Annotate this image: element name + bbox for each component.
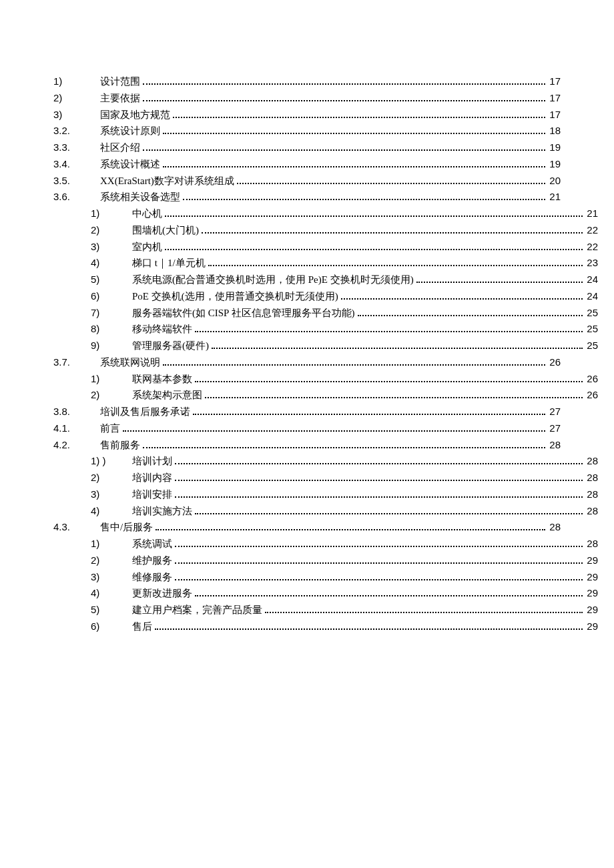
toc-entry: 3.7.系统联网说明26 — [53, 354, 561, 371]
toc-entry-title: 更新改进服务 — [132, 585, 192, 602]
toc-entry-page: 29 — [585, 602, 598, 618]
toc-entry-page: 25 — [585, 305, 598, 322]
toc-entry-number: 5) — [91, 602, 132, 618]
toc-entry-number: 6) — [91, 618, 132, 635]
toc-entry: 5)建立用户档案，完善产品质量29 — [53, 602, 598, 618]
toc-entry-page: 27 — [548, 420, 561, 437]
toc-entry-page: 22 — [585, 222, 598, 239]
toc-entry-number: 2) — [53, 90, 100, 107]
toc-entry-title: XX(EraStart)数字对讲系统组成 — [100, 173, 234, 189]
toc-entry-title: 管理服务器(硬件) — [132, 338, 209, 354]
toc-entry-page: 18 — [548, 123, 561, 139]
toc-leader-dots — [193, 408, 545, 415]
toc-entry-title: 前言 — [100, 420, 120, 437]
toc-entry: 5)系统电源(配合普通交换机时选用，使用 Pe)E 交换机时无须使用)24 — [53, 272, 598, 288]
toc-entry-title: 系统设计原则 — [100, 123, 160, 139]
toc-entry-number: 3.6. — [53, 189, 100, 205]
toc-entry: 4.1.前言27 — [53, 420, 561, 437]
toc-entry-page: 20 — [548, 173, 561, 189]
toc-leader-dots — [212, 342, 583, 349]
toc-leader-dots — [156, 523, 545, 530]
toc-leader-dots — [143, 441, 545, 448]
toc-entry-title: 培训计划 — [132, 453, 172, 470]
toc-entry-number: 4.2. — [53, 437, 100, 454]
toc-entry: 1) )培训计划28 — [53, 453, 598, 470]
toc-entry-number: 1) — [91, 371, 132, 388]
toc-entry-page: 24 — [585, 288, 598, 305]
toc-entry-title: 售后 — [132, 618, 152, 635]
toc-leader-dots — [195, 589, 583, 596]
toc-entry-page: 28 — [548, 519, 561, 536]
toc-leader-dots — [341, 292, 583, 300]
toc-entry-number: 8) — [91, 321, 132, 338]
document-page: 1)设计范围172)主要依据173)国家及地方规范173.2.系统设计原则183… — [0, 0, 614, 689]
toc-leader-dots — [155, 622, 583, 630]
toc-entry: 3)室内机22 — [53, 239, 598, 256]
toc-leader-dots — [183, 193, 545, 200]
toc-entry-number: 2) — [91, 470, 132, 486]
toc-entry-page: 26 — [585, 387, 598, 404]
toc-entry-page: 23 — [585, 255, 598, 272]
toc-entry-number: 7) — [91, 305, 132, 322]
toc-entry-page: 28 — [585, 470, 598, 486]
toc-entry: 2)围墙机(大门机)22 — [53, 222, 598, 239]
toc-entry-page: 17 — [548, 107, 561, 123]
toc-entry: 2)系统架构示意图26 — [53, 387, 598, 404]
toc-entry: 3.5.XX(EraStart)数字对讲系统组成20 — [53, 173, 561, 189]
toc-entry-page: 21 — [548, 189, 561, 205]
toc-entry-title: 维修服务 — [132, 569, 172, 586]
toc-entry-page: 29 — [585, 585, 598, 602]
table-of-contents: 1)设计范围172)主要依据173)国家及地方规范173.2.系统设计原则183… — [53, 73, 561, 635]
toc-entry: 6)PoE 交换机(选用，使用普通交换机时无须使用)24 — [53, 288, 598, 305]
toc-entry-title: 服务器端软件(如 CISP 社区信息管理服务平台功能) — [132, 305, 355, 322]
toc-leader-dots — [173, 111, 545, 118]
toc-entry-page: 28 — [548, 437, 561, 454]
toc-entry: 1)联网基本参数26 — [53, 371, 598, 388]
toc-entry-number: 2) — [91, 387, 132, 404]
toc-entry-title: 系统调试 — [132, 536, 172, 552]
toc-entry-page: 29 — [585, 569, 598, 586]
toc-entry-number: 3.8. — [53, 404, 100, 420]
toc-entry-page: 25 — [585, 338, 598, 354]
toc-entry-title: 售中/后服务 — [100, 519, 153, 536]
toc-entry-number: 3.7. — [53, 354, 100, 371]
toc-entry-page: 28 — [585, 486, 598, 503]
toc-entry-number: 3.5. — [53, 173, 100, 189]
toc-entry-title: 培训实施方法 — [132, 503, 192, 520]
toc-entry-page: 21 — [585, 205, 598, 222]
toc-entry: 3.4.系统设计概述19 — [53, 156, 561, 173]
toc-entry: 3.3.社区介绍19 — [53, 139, 561, 156]
toc-entry: 1)设计范围17 — [53, 73, 561, 90]
toc-entry-page: 26 — [548, 354, 561, 371]
toc-entry-title: 中心机 — [132, 205, 162, 222]
toc-entry: 1)系统调试28 — [53, 536, 598, 552]
toc-leader-dots — [143, 77, 545, 85]
toc-entry-number: 1) — [53, 73, 100, 90]
toc-leader-dots — [195, 507, 583, 514]
toc-entry-title: 梯口 t｜1/单元机 — [132, 255, 206, 272]
toc-entry: 3.2.系统设计原则18 — [53, 123, 561, 139]
toc-leader-dots — [265, 606, 583, 613]
toc-entry-page: 28 — [585, 536, 598, 552]
toc-entry-page: 19 — [548, 156, 561, 173]
toc-entry-title: 围墙机(大门机) — [132, 222, 199, 239]
toc-leader-dots — [195, 325, 583, 332]
toc-leader-dots — [165, 209, 583, 217]
toc-entry-title: 移动终端软件 — [132, 321, 192, 338]
toc-leader-dots — [195, 375, 583, 382]
toc-entry-number: 6) — [91, 288, 132, 305]
toc-leader-dots — [175, 474, 583, 481]
toc-leader-dots — [175, 540, 583, 547]
toc-entry: 7)服务器端软件(如 CISP 社区信息管理服务平台功能)25 — [53, 305, 598, 322]
toc-entry-title: 设计范围 — [100, 73, 140, 90]
toc-entry-page: 29 — [585, 618, 598, 635]
toc-entry: 2)培训内容28 — [53, 470, 598, 486]
toc-entry-page: 19 — [548, 139, 561, 156]
toc-entry: 8)移动终端软件25 — [53, 321, 598, 338]
toc-entry-page: 27 — [548, 404, 561, 420]
toc-entry-number: 4) — [91, 503, 132, 520]
toc-entry-page: 28 — [585, 503, 598, 520]
toc-entry-number: 3.4. — [53, 156, 100, 173]
toc-entry-title: PoE 交换机(选用，使用普通交换机时无须使用) — [132, 288, 338, 305]
toc-entry-number: 2) — [91, 222, 132, 239]
